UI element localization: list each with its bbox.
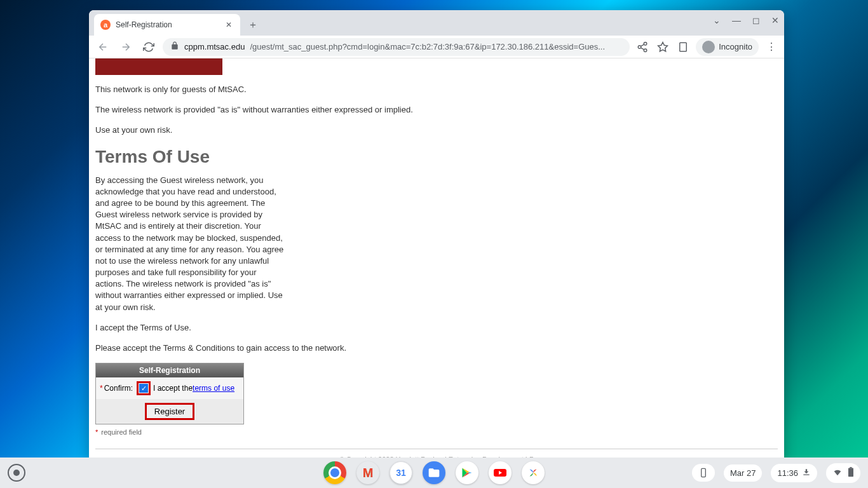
incognito-badge[interactable]: Incognito — [696, 38, 759, 56]
svg-line-3 — [641, 48, 644, 50]
battery-icon — [848, 467, 854, 479]
confirm-checkbox[interactable]: ✓ — [137, 381, 151, 395]
intro-text-2: The wireless network is provided "as is"… — [95, 104, 778, 116]
favicon-icon: a — [100, 20, 111, 30]
system-tray[interactable] — [826, 463, 860, 483]
page-content: This network is only for guests of MtSAC… — [89, 58, 784, 460]
back-button[interactable] — [94, 38, 112, 56]
taskbar-status: Mar 27 11:36 — [692, 463, 860, 483]
time-text: 11:36 — [777, 468, 798, 478]
chrome-icon[interactable] — [323, 461, 346, 484]
gmail-icon[interactable]: M — [356, 461, 379, 484]
tab-title: Self-Registration — [116, 20, 219, 29]
accept-line: I accept the Terms of Use. — [95, 322, 778, 334]
accept-prefix: I accept the — [153, 384, 193, 393]
svg-point-1 — [638, 45, 641, 48]
new-tab-button[interactable]: ＋ — [244, 16, 262, 34]
date-pill[interactable]: Mar 27 — [724, 464, 762, 482]
svg-marker-5 — [658, 42, 668, 51]
play-store-icon[interactable] — [456, 461, 478, 484]
files-icon[interactable] — [423, 461, 445, 484]
chevron-down-icon[interactable]: ⌄ — [713, 15, 721, 25]
browser-tab[interactable]: a Self-Registration ✕ — [94, 14, 240, 36]
close-tab-icon[interactable]: ✕ — [224, 20, 234, 30]
svg-line-4 — [641, 44, 644, 46]
phone-hub-icon[interactable] — [692, 464, 715, 482]
share-icon[interactable] — [635, 39, 650, 55]
taskbar: M 31 Mar 27 11:36 — [0, 458, 868, 488]
youtube-icon[interactable] — [489, 461, 512, 484]
required-note: * required field — [95, 428, 778, 436]
forward-button[interactable] — [117, 38, 135, 56]
tab-bar: a Self-Registration ✕ ＋ ⌄ — ◻ ✕ — [89, 10, 784, 36]
incognito-label: Incognito — [719, 42, 752, 51]
minimize-icon[interactable]: — — [732, 15, 741, 25]
url-domain: cppm.mtsac.edu — [184, 42, 245, 51]
close-window-icon[interactable]: ✕ — [771, 15, 779, 25]
incognito-icon — [702, 41, 715, 53]
window-controls: ⌄ — ◻ ✕ — [713, 15, 779, 25]
svg-point-0 — [644, 42, 647, 45]
checkmark-icon: ✓ — [139, 384, 148, 393]
terms-of-use-link[interactable]: terms of use — [193, 384, 234, 393]
svg-rect-6 — [680, 43, 687, 51]
register-button[interactable]: Register — [145, 403, 194, 420]
terms-heading: Terms Of Use — [95, 147, 778, 167]
reload-button[interactable] — [140, 38, 158, 56]
svg-rect-9 — [848, 468, 853, 477]
required-star: * — [100, 384, 103, 393]
url-path: /guest/mt_sac_guest.php?cmd=login&mac=7c… — [250, 42, 605, 51]
maximize-icon[interactable]: ◻ — [752, 15, 760, 25]
lock-icon — [170, 41, 179, 52]
browser-window: a Self-Registration ✕ ＋ ⌄ — ◻ ✕ cppm.mts… — [89, 10, 784, 460]
address-bar: cppm.mtsac.edu/guest/mt_sac_guest.php?cm… — [89, 36, 784, 58]
taskbar-apps: M 31 — [323, 461, 545, 484]
url-bar[interactable]: cppm.mtsac.edu/guest/mt_sac_guest.php?cm… — [163, 38, 630, 56]
form-header: Self-Registration — [96, 363, 243, 377]
header-banner — [95, 58, 222, 75]
svg-rect-8 — [702, 468, 706, 477]
svg-rect-10 — [850, 467, 851, 468]
registration-form: Self-Registration * Confirm: ✓ I accept … — [95, 363, 244, 424]
launcher-button[interactable] — [8, 464, 25, 482]
wifi-icon — [832, 467, 843, 479]
bookmark-icon[interactable] — [655, 39, 670, 55]
terms-body: By accessing the Guest wireless network,… — [95, 175, 286, 313]
prompt-line: Please accept the Terms & Conditions to … — [95, 342, 778, 354]
confirm-row: * Confirm: ✓ I accept the terms of use — [96, 377, 243, 399]
reading-list-icon[interactable] — [675, 39, 691, 55]
submit-row: Register — [96, 399, 243, 424]
confirm-label: Confirm: — [104, 384, 133, 393]
calendar-icon[interactable]: 31 — [390, 461, 412, 484]
photos-icon[interactable] — [522, 461, 545, 484]
menu-icon[interactable]: ⋮ — [764, 39, 779, 55]
intro-text-3: Use at your own risk. — [95, 125, 778, 136]
download-icon — [802, 468, 811, 478]
time-pill[interactable]: 11:36 — [771, 464, 817, 482]
svg-point-2 — [644, 49, 647, 52]
intro-text-1: This network is only for guests of MtSAC… — [95, 84, 778, 95]
